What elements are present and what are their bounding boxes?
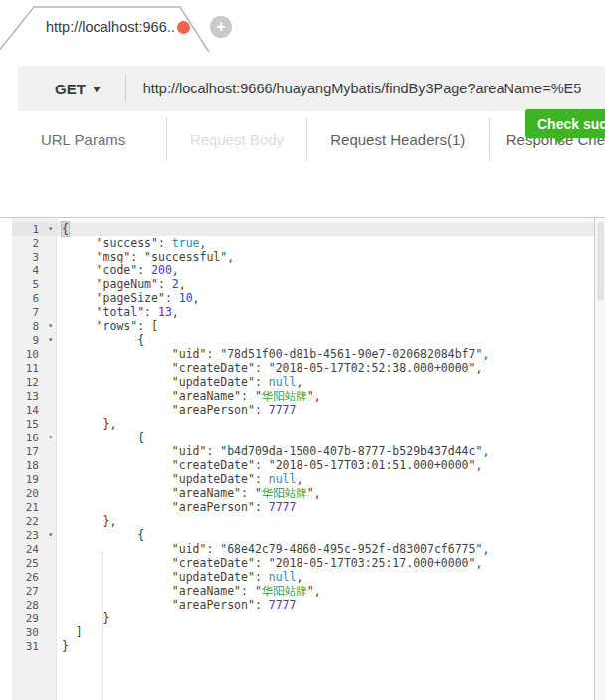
line-number: 7 [32,306,39,319]
line-number: 21 [26,501,39,514]
code-token: : [241,486,255,500]
new-tab-button[interactable]: + [210,16,232,38]
fold-arrow-icon[interactable]: ▾ [48,431,53,444]
gutter-cell: 26 [12,570,56,584]
code-token: "b4d709da-1500-407b-8777-b529b437d44c" [220,444,482,458]
code-token: : [241,584,255,598]
code-line: "success": true, [57,236,605,250]
line-number: 24 [26,543,39,556]
code-token: "uid" [172,542,207,556]
code-token: } [103,612,110,625]
code-token: 2 [172,277,179,291]
gutter-cell: 18 [12,458,56,472]
request-tab[interactable]: http://localhost:966.. [46,15,195,39]
gutter-cell: 28 [12,598,56,612]
code-token: , [296,472,302,486]
code-token: { [62,222,69,236]
code-token: , [172,263,179,277]
code-line: { [57,333,605,347]
line-number: 10 [26,348,39,361]
line-number: 8 [32,320,39,333]
code-token: , [172,305,179,319]
scrollbar[interactable] [594,218,605,700]
code-token: 13 [158,305,172,319]
gutter-cell: 31 [12,639,56,653]
code-token: " [255,486,262,500]
request-bar: GET ▼ [18,66,605,111]
tab-request-body[interactable]: Request Body [166,117,306,161]
line-number: 19 [26,473,39,486]
code-line: "msg": "successful", [57,250,605,263]
code-token: " [307,486,314,500]
code-token: null [269,472,297,486]
gutter-cell: 24 [12,542,56,556]
code-token: : [255,375,269,389]
code-token: "success" [97,236,158,250]
gutter-cell: 17 [12,444,56,458]
code-line: { [57,222,605,236]
gutter-cell: 3 [12,250,56,263]
fold-arrow-icon[interactable]: ▾ [48,222,53,236]
gutter-cell: 10 [12,347,56,361]
code-line: "areaName": "华阳站牌", [57,486,605,500]
code-token: : [255,570,269,584]
code-line: "createDate": "2018-05-17T02:52:38.000+0… [57,361,605,375]
fold-arrow-icon[interactable]: ▾ [48,528,53,542]
fold-arrow-icon[interactable]: ▾ [48,333,53,347]
code-token: : [165,291,179,305]
gutter-cell: 4 [12,263,56,277]
line-number: 25 [26,557,39,570]
code-token: , [475,361,482,375]
code-token: , [475,458,482,472]
tab-url-params[interactable]: URL Params [0,117,166,161]
url-input[interactable] [126,81,605,96]
code-line: { [57,431,605,444]
code-line: "rows": [ [57,319,605,333]
code-token: "2018-05-17T02:52:38.000+0000" [269,361,476,375]
line-number: 26 [26,571,39,584]
code-token: 华阳站牌 [262,584,307,598]
code-line: "pageNum": 2, [57,277,605,291]
tab-request-headers[interactable]: Request Headers(1) [306,117,489,161]
code-token: : [255,472,269,486]
code-token: }, [103,417,117,431]
code-line: "updateDate": null, [57,472,605,486]
code-line: "uid": "b4d709da-1500-407b-8777-b529b437… [57,444,605,458]
gutter-cell: 5 [12,277,56,291]
browser-tab-bar: http://localhost:966.. + [0,0,605,58]
code-token: 7777 [269,500,297,514]
line-number: 20 [26,487,39,500]
code-token: "pageSize" [97,291,165,305]
gutter-cell: 11 [12,361,56,375]
code-token: , [482,444,489,458]
code-token: : [130,250,144,263]
code-token: : [206,347,220,361]
gutter-cell: 2 [12,236,56,250]
code-token: : [144,305,158,319]
code-line: "uid": "78d51f00-d81b-4561-90e7-02068208… [57,347,605,361]
json-response-editor: 1▾2345678▾9▾10111213141516▾1718192021222… [0,217,605,700]
gutter-cell: 13 [12,389,56,403]
code-line: "updateDate": null, [57,375,605,389]
code-line: "uid": "68e42c79-4860-495c-952f-d83007cf… [57,542,605,556]
code-line: } [57,612,605,625]
code-token: "2018-05-17T03:01:51.000+0000" [269,458,476,472]
code-token: 200 [151,263,172,277]
code-token: , [314,389,321,403]
code-token: " [255,584,262,598]
code-token: "updateDate" [172,472,255,486]
code-token: , [482,542,489,556]
code-token: { [137,431,144,444]
code-token: 华阳站牌 [262,486,307,500]
scrollbar-thumb[interactable] [597,222,604,301]
code-token: true [172,236,200,250]
gutter-cell: 21 [12,500,56,514]
fold-arrow-icon[interactable]: ▾ [48,319,53,333]
method-dropdown[interactable]: GET ▼ [18,81,125,97]
line-number: 3 [32,251,39,263]
gutter-cell: 6 [12,291,56,305]
chevron-down-icon: ▼ [90,84,102,94]
line-number: 30 [26,626,39,639]
code-token: "areaPerson" [172,598,255,612]
code-token: : [137,263,151,277]
